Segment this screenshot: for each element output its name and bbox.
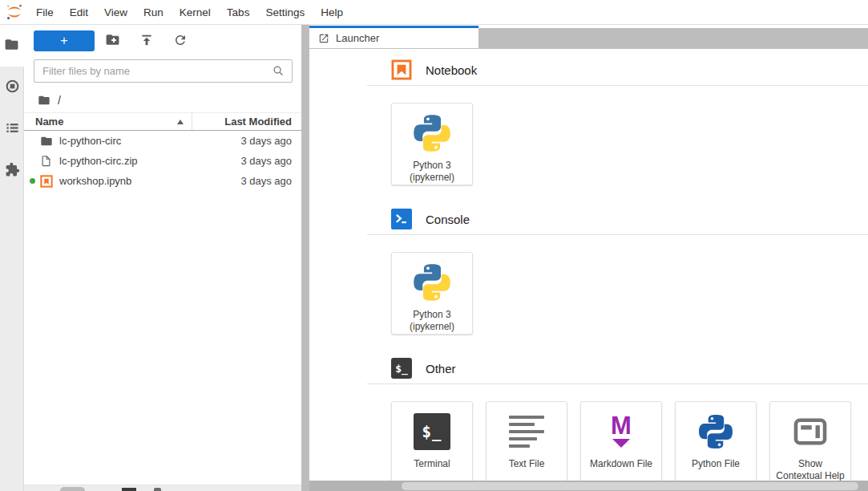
notebook-cards: Python 3 (ipykernel) xyxy=(367,86,868,198)
menu-settings[interactable]: Settings xyxy=(257,6,313,18)
menu-file[interactable]: File xyxy=(28,6,62,18)
sidebar-item-file-browser[interactable] xyxy=(0,25,24,67)
terminal-icon: $_ xyxy=(391,358,412,379)
refresh-button[interactable] xyxy=(173,33,188,50)
python-logo-icon xyxy=(411,262,453,303)
python-file-icon xyxy=(696,411,735,452)
launcher-card-show-contextual-help[interactable]: Show Contextual Help xyxy=(769,401,851,481)
file-row-zip[interactable]: lc-python-circ.zip 3 days ago xyxy=(24,151,301,171)
table-of-contents-icon xyxy=(5,120,20,139)
column-header-name[interactable]: Name xyxy=(24,113,192,130)
launcher-card-markdown-file[interactable]: M Markdown File xyxy=(580,401,662,481)
tab-bar-empty-area xyxy=(478,28,868,48)
partial-dock-item xyxy=(122,488,136,491)
file-icon xyxy=(40,155,53,167)
folder-icon xyxy=(40,135,53,148)
menu-edit[interactable]: Edit xyxy=(62,6,96,18)
menu-tabs[interactable]: Tabs xyxy=(219,6,258,18)
other-cards: $_ Terminal Text File xyxy=(367,384,868,481)
section-title: Notebook xyxy=(426,63,477,77)
sort-ascending-icon xyxy=(177,120,184,124)
console-cards: Python 3 (ipykernel) xyxy=(367,235,868,347)
card-label: Python File xyxy=(692,458,740,470)
left-activity-bar xyxy=(0,25,24,491)
card-label: Show Contextual Help xyxy=(776,458,844,481)
file-browser-panel: + / Name L xyxy=(24,25,301,491)
launcher-section-other: $_ Other $_ Terminal xyxy=(367,347,868,481)
menu-bar: File Edit View Run Kernel Tabs Settings … xyxy=(0,0,868,25)
new-folder-button[interactable] xyxy=(105,32,120,50)
sidebar-item-table-of-contents[interactable] xyxy=(0,108,24,150)
horizontal-scrollbar[interactable] xyxy=(309,481,868,491)
contextual-help-icon xyxy=(792,411,829,452)
partial-dock-glyph xyxy=(154,488,161,491)
menu-help[interactable]: Help xyxy=(313,6,351,18)
filter-files-box xyxy=(34,59,293,83)
section-title: Console xyxy=(426,213,470,226)
card-label: Text File xyxy=(509,458,545,470)
tab-bar: Launcher xyxy=(309,24,868,49)
section-title: Other xyxy=(426,362,456,375)
card-label: Markdown File xyxy=(590,458,652,470)
notebook-icon xyxy=(391,59,412,80)
folder-icon xyxy=(4,37,19,55)
breadcrumb-root[interactable]: / xyxy=(58,94,61,107)
column-header-last-modified[interactable]: Last Modified xyxy=(192,116,301,128)
new-launcher-button[interactable]: + xyxy=(34,30,95,51)
down-arrow-icon xyxy=(612,439,630,448)
upload-button[interactable] xyxy=(139,33,154,50)
launcher-card-python-file[interactable]: Python File xyxy=(675,401,757,481)
sidebar-item-running-sessions[interactable] xyxy=(0,67,24,108)
launcher-card-console-python3[interactable]: Python 3 (ipykernel) xyxy=(391,252,473,335)
launcher-section-notebook: Notebook Python 3 (ipykernel) xyxy=(367,49,868,198)
menu-view[interactable]: View xyxy=(96,6,135,18)
text-file-icon xyxy=(509,416,544,448)
menu-run[interactable]: Run xyxy=(135,6,172,18)
main-dock-panel: Launcher Notebook xyxy=(309,24,868,491)
kernel-running-indicator xyxy=(30,178,35,184)
file-row-notebook[interactable]: workshop.ipynb 3 days ago xyxy=(24,171,301,191)
file-list-header: Name Last Modified xyxy=(24,112,301,131)
extensions-icon xyxy=(5,162,20,181)
console-icon xyxy=(391,209,412,229)
launcher-panel: Notebook Python 3 (ipykernel) xyxy=(309,49,868,481)
upload-icon xyxy=(139,33,154,50)
launcher-card-notebook-python3[interactable]: Python 3 (ipykernel) xyxy=(391,103,473,185)
home-folder-icon[interactable] xyxy=(38,94,50,107)
jupyter-logo-icon xyxy=(6,3,23,21)
section-heading-notebook: Notebook xyxy=(367,49,868,85)
markdown-file-icon: M xyxy=(611,416,632,447)
card-label: Python 3 (ipykernel) xyxy=(410,160,454,184)
bottom-edge-strip xyxy=(24,485,301,491)
card-label: Terminal xyxy=(414,458,450,470)
filter-files-input[interactable] xyxy=(34,64,272,78)
card-label: Python 3 (ipykernel) xyxy=(410,309,454,333)
section-heading-other: $_ Other xyxy=(367,347,868,383)
terminal-icon: $_ xyxy=(414,413,450,450)
breadcrumb: / xyxy=(38,90,61,110)
running-sessions-icon xyxy=(5,79,20,97)
notebook-icon xyxy=(40,175,53,188)
sidebar-item-extensions[interactable] xyxy=(0,150,24,192)
scrollbar-thumb[interactable] xyxy=(402,482,858,490)
launcher-card-terminal[interactable]: $_ Terminal xyxy=(391,401,473,481)
python-logo-icon xyxy=(411,112,453,154)
section-heading-console: Console xyxy=(367,198,868,234)
menu-kernel[interactable]: Kernel xyxy=(172,6,219,18)
refresh-icon xyxy=(173,33,188,50)
partial-dock-pill xyxy=(60,487,85,491)
launcher-card-text-file[interactable]: Text File xyxy=(486,401,567,481)
file-browser-toolbar: + xyxy=(34,30,188,52)
launcher-section-console: Console Python 3 (ipykernel) xyxy=(367,198,868,347)
tab-launcher[interactable]: Launcher xyxy=(309,26,478,48)
new-folder-icon xyxy=(105,32,120,50)
panel-splitter[interactable] xyxy=(301,25,309,491)
file-row-folder[interactable]: lc-python-circ 3 days ago xyxy=(24,131,301,151)
file-list: lc-python-circ 3 days ago lc-python-circ… xyxy=(24,131,301,191)
tab-label: Launcher xyxy=(336,32,379,44)
launcher-icon xyxy=(318,33,329,44)
search-icon xyxy=(272,64,285,78)
